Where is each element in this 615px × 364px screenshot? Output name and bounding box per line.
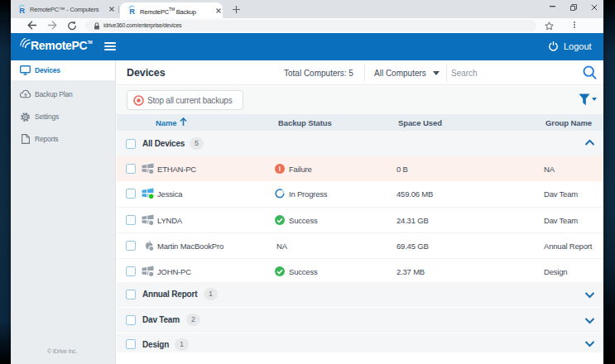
svg-text:R: R bbox=[19, 6, 25, 14]
svg-text:R: R bbox=[129, 7, 135, 15]
